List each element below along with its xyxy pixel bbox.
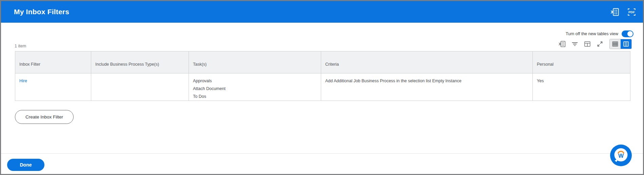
expand-icon[interactable] [596, 40, 604, 48]
table-toolbar: X [559, 39, 632, 49]
cell-include-bp-types [91, 73, 189, 101]
inbox-filters-table: Inbox Filter Include Business Process Ty… [15, 51, 630, 101]
filter-icon[interactable] [571, 40, 579, 48]
inbox-filter-link[interactable]: Hire [19, 79, 27, 83]
svg-text:X: X [559, 42, 561, 46]
grid-view-button[interactable] [621, 39, 631, 49]
export-to-excel-icon[interactable]: X [610, 7, 620, 17]
svg-text:PDF: PDF [628, 10, 635, 14]
my-inbox-filters-page: My Inbox Filters X PDF [0, 0, 644, 175]
table-view-button[interactable] [610, 39, 621, 49]
done-button[interactable]: Done [7, 159, 44, 171]
workday-assistant-icon[interactable]: W [610, 145, 632, 166]
freeze-columns-icon[interactable] [584, 40, 591, 48]
column-header-tasks: Task(s) [189, 51, 321, 73]
new-tables-view-toggle-row: Turn off the new tables view [566, 30, 633, 37]
task-item: Approvals [193, 77, 317, 85]
task-item: To Dos [193, 93, 317, 101]
table-header-row: Inbox Filter Include Business Process Ty… [15, 51, 630, 73]
export-to-excel-icon[interactable]: X [559, 40, 566, 48]
toggle-label: Turn off the new tables view [566, 31, 618, 36]
item-count: 1 item [15, 44, 26, 48]
cell-inbox-filter: Hire [15, 73, 91, 101]
task-item: Attach Document [193, 85, 317, 93]
view-switch-group [609, 39, 632, 49]
column-header-criteria: Criteria [321, 51, 533, 73]
page-title: My Inbox Filters [14, 8, 69, 16]
column-header-include-bp-types: Include Business Process Type(s) [91, 51, 189, 73]
cell-tasks: Approvals Attach Document To Dos [189, 73, 321, 101]
new-tables-view-toggle[interactable] [622, 30, 633, 37]
svg-text:X: X [610, 9, 613, 15]
table-row: Hire Approvals Attach Document To Dos Ad… [15, 73, 630, 101]
logo-letter: W [618, 153, 624, 159]
title-bar: My Inbox Filters X PDF [1, 1, 643, 23]
column-header-personal: Personal [533, 51, 630, 73]
create-inbox-filter-button[interactable]: Create Inbox Filter [15, 110, 74, 124]
column-header-inbox-filter: Inbox Filter [15, 51, 91, 73]
cell-criteria: Add Additional Job Business Process in t… [321, 73, 533, 101]
export-to-pdf-icon[interactable]: PDF [627, 7, 636, 17]
title-bar-actions: X PDF [610, 1, 636, 23]
footer-divider [1, 153, 643, 154]
toggle-knob [627, 31, 633, 37]
cell-personal: Yes [533, 73, 630, 101]
